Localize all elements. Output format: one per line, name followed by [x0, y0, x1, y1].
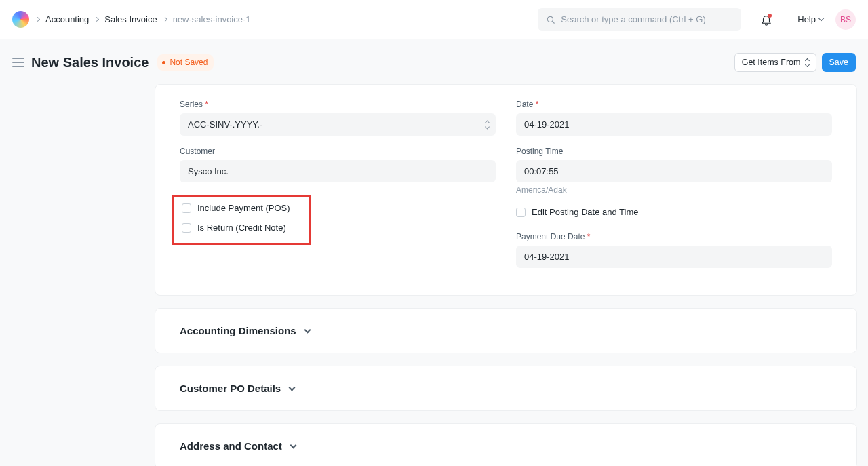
help-label: Help — [797, 14, 816, 24]
svg-line-1 — [553, 21, 555, 23]
edit-posting-label: Edit Posting Date and Time — [532, 207, 639, 217]
customer-input[interactable]: Sysco Inc. — [180, 160, 496, 182]
payment-due-date-value: 04-19-2021 — [524, 252, 570, 262]
required-icon: * — [536, 100, 539, 109]
form-left-column: Series * ACC-SINV-.YYYY.- Customer — [180, 100, 496, 268]
chevron-right-icon — [94, 17, 99, 22]
form-right-column: Date * 04-19-2021 Posting Time 00:07:55 … — [516, 100, 832, 268]
form-card: Series * ACC-SINV-.YYYY.- Customer — [155, 84, 857, 296]
breadcrumb-sales-invoice[interactable]: Sales Invoice — [104, 14, 157, 24]
page-header: New Sales Invoice Not Saved Get Items Fr… — [0, 53, 868, 84]
field-include-payment: Include Payment (POS) — [182, 203, 290, 213]
chevron-down-icon — [289, 384, 296, 391]
series-value: ACC-SINV-.YYYY.- — [188, 119, 262, 130]
posting-time-value: 00:07:55 — [524, 166, 559, 176]
is-return-checkbox[interactable] — [182, 223, 191, 233]
chevron-down-icon — [818, 16, 824, 21]
field-series: Series * ACC-SINV-.YYYY.- — [180, 100, 496, 136]
breadcrumb: Accounting Sales Invoice new-sales-invoi… — [36, 14, 251, 24]
chevron-down-icon — [290, 442, 296, 448]
get-items-from-button[interactable]: Get Items From — [734, 53, 816, 72]
navbar: Accounting Sales Invoice new-sales-invoi… — [0, 0, 868, 39]
field-payment-due-date: Payment Due Date * 04-19-2021 — [516, 232, 832, 268]
get-items-from-label: Get Items From — [742, 58, 801, 67]
section-title: Address and Contact — [180, 440, 282, 452]
sidebar-toggle-icon[interactable] — [12, 58, 24, 67]
customer-value: Sysco Inc. — [188, 166, 229, 176]
label-customer: Customer — [180, 147, 496, 156]
section-accounting-dimensions: Accounting Dimensions — [155, 308, 857, 353]
app-logo[interactable] — [12, 11, 29, 28]
label-posting-time: Posting Time — [516, 147, 832, 156]
select-updown-icon — [806, 59, 809, 66]
notification-dot-icon — [768, 14, 772, 18]
nav-right: Help BS — [760, 9, 856, 30]
page-title: New Sales Invoice — [31, 55, 149, 71]
section-title: Customer PO Details — [180, 383, 281, 394]
field-date: Date * 04-19-2021 — [516, 100, 832, 136]
section-customer-po-details: Customer PO Details — [155, 366, 857, 411]
include-payment-label: Include Payment (POS) — [197, 203, 290, 213]
section-toggle-address-contact[interactable]: Address and Contact — [180, 440, 832, 452]
status-text: Not Saved — [170, 58, 208, 67]
search-input[interactable] — [561, 14, 733, 24]
label-series: Series * — [180, 100, 496, 109]
edit-posting-checkbox[interactable] — [516, 208, 526, 217]
status-badge: Not Saved — [157, 54, 214, 71]
posting-time-tz: America/Adak — [516, 185, 832, 195]
field-posting-time: Posting Time 00:07:55 America/Adak — [516, 147, 832, 195]
section-toggle-customer-po-details[interactable]: Customer PO Details — [180, 383, 832, 394]
include-payment-checkbox[interactable] — [182, 203, 191, 213]
label-date: Date * — [516, 100, 832, 109]
breadcrumb-accounting[interactable]: Accounting — [45, 14, 89, 24]
search-icon — [546, 15, 555, 24]
label-payment-due-date: Payment Due Date * — [516, 232, 832, 241]
vertical-divider — [785, 13, 785, 26]
chevron-down-icon — [304, 326, 311, 333]
payment-due-date-input[interactable]: 04-19-2021 — [516, 246, 832, 268]
user-avatar[interactable]: BS — [835, 9, 856, 30]
chevron-right-icon — [163, 17, 167, 22]
is-return-label: Is Return (Credit Note) — [197, 222, 286, 233]
field-customer: Customer Sysco Inc. — [180, 147, 496, 182]
status-dot-icon — [162, 61, 165, 64]
section-address-contact: Address and Contact — [155, 423, 857, 466]
notifications-button[interactable] — [760, 13, 772, 26]
section-toggle-accounting-dimensions[interactable]: Accounting Dimensions — [180, 325, 832, 336]
field-is-return: Is Return (Credit Note) — [182, 222, 290, 233]
date-input[interactable]: 04-19-2021 — [516, 113, 832, 136]
main-area: New Sales Invoice Not Saved Get Items Fr… — [0, 39, 868, 466]
posting-time-input[interactable]: 00:07:55 — [516, 160, 832, 182]
select-updown-icon — [486, 121, 489, 128]
help-menu[interactable]: Help — [797, 14, 823, 24]
breadcrumb-current: new-sales-invoice-1 — [173, 14, 251, 24]
section-title: Accounting Dimensions — [180, 325, 296, 336]
date-value: 04-19-2021 — [524, 119, 570, 130]
field-edit-posting: Edit Posting Date and Time — [516, 207, 832, 217]
series-select[interactable]: ACC-SINV-.YYYY.- — [180, 113, 496, 136]
chevron-right-icon — [35, 17, 40, 22]
save-button[interactable]: Save — [822, 53, 856, 72]
highlight-box: Include Payment (POS) Is Return (Credit … — [172, 195, 311, 245]
required-icon: * — [587, 232, 591, 241]
required-icon: * — [205, 100, 208, 109]
global-search[interactable] — [538, 8, 741, 31]
